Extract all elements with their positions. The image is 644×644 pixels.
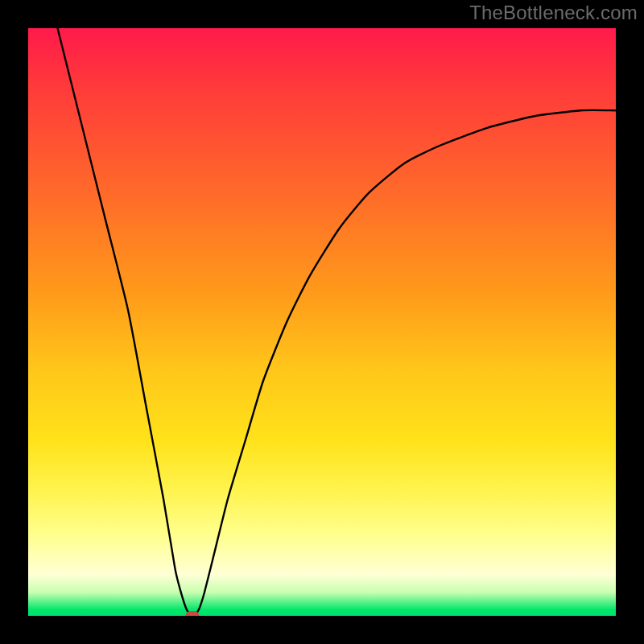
chart-area <box>28 28 616 616</box>
curve-path <box>58 28 617 616</box>
watermark-text: TheBottleneck.com <box>469 2 638 24</box>
optimum-marker <box>186 611 200 616</box>
bottleneck-curve <box>28 28 616 616</box>
